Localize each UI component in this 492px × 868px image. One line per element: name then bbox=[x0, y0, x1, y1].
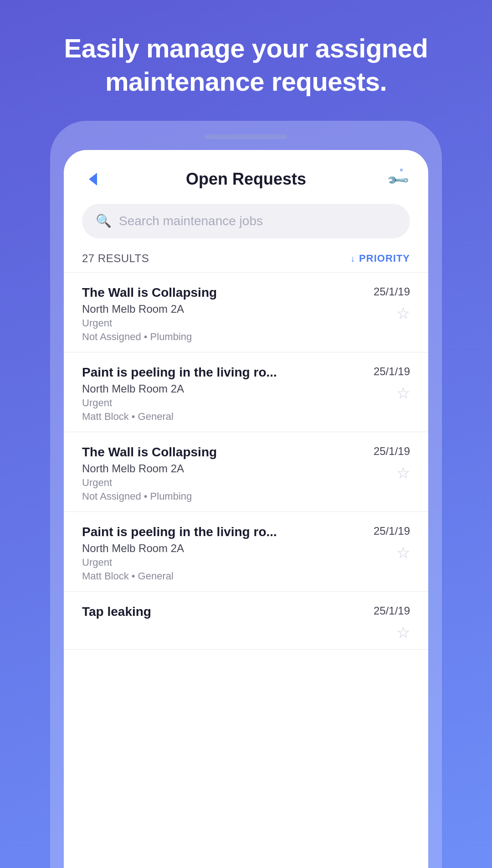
job-right-panel: 25/1/19☆ bbox=[364, 604, 410, 640]
results-bar: 27 RESULTS ↓ PRIORITY bbox=[64, 248, 428, 273]
job-urgency: Urgent bbox=[82, 477, 355, 489]
results-count: 27 RESULTS bbox=[82, 252, 149, 265]
job-date: 25/1/19 bbox=[374, 285, 410, 298]
job-meta: Matt Block • General bbox=[82, 411, 355, 423]
job-title: The Wall is Collapsing bbox=[82, 285, 355, 300]
search-icon: 🔍 bbox=[96, 215, 112, 227]
sort-label: PRIORITY bbox=[359, 253, 410, 264]
star-icon[interactable]: ☆ bbox=[396, 305, 410, 321]
job-list-item[interactable]: The Wall is CollapsingNorth Melb Room 2A… bbox=[64, 273, 428, 352]
job-location: North Melb Room 2A bbox=[82, 382, 355, 395]
job-date: 25/1/19 bbox=[374, 604, 410, 617]
job-urgency: Urgent bbox=[82, 397, 355, 409]
job-right-panel: 25/1/19☆ bbox=[364, 365, 410, 401]
job-list-item[interactable]: Paint is peeling in the living ro...Nort… bbox=[64, 512, 428, 592]
job-list-item[interactable]: Tap leaking25/1/19☆ bbox=[64, 592, 428, 650]
job-date: 25/1/19 bbox=[374, 365, 410, 378]
job-right-panel: 25/1/19☆ bbox=[364, 525, 410, 560]
job-list-item[interactable]: The Wall is CollapsingNorth Melb Room 2A… bbox=[64, 432, 428, 512]
search-container: 🔍 Search maintenance jobs bbox=[64, 199, 428, 248]
sort-button[interactable]: ↓ PRIORITY bbox=[350, 253, 410, 264]
job-urgency: Urgent bbox=[82, 317, 355, 329]
star-icon[interactable]: ☆ bbox=[396, 385, 410, 401]
job-right-panel: 25/1/19☆ bbox=[364, 445, 410, 480]
job-title: Paint is peeling in the living ro... bbox=[82, 365, 355, 380]
sort-down-icon: ↓ bbox=[350, 253, 355, 264]
job-meta: Not Assigned • Plumbing bbox=[82, 491, 355, 502]
job-location: North Melb Room 2A bbox=[82, 462, 355, 475]
phone-frame: Open Requests 🔧+ 🔍 Search maintenance jo… bbox=[50, 121, 442, 868]
job-location: North Melb Room 2A bbox=[82, 303, 355, 315]
job-meta: Matt Block • General bbox=[82, 570, 355, 582]
job-title: Tap leaking bbox=[82, 604, 355, 619]
job-content: Paint is peeling in the living ro...Nort… bbox=[82, 365, 364, 423]
job-urgency: Urgent bbox=[82, 557, 355, 568]
job-date: 25/1/19 bbox=[374, 445, 410, 458]
wrench-plus-icon: 🔧+ bbox=[386, 166, 413, 193]
job-title: Paint is peeling in the living ro... bbox=[82, 525, 355, 539]
jobs-list: The Wall is CollapsingNorth Melb Room 2A… bbox=[64, 273, 428, 868]
job-content: Tap leaking bbox=[82, 604, 364, 622]
job-meta: Not Assigned • Plumbing bbox=[82, 331, 355, 343]
job-list-item[interactable]: Paint is peeling in the living ro...Nort… bbox=[64, 352, 428, 432]
screen-header: Open Requests 🔧+ bbox=[64, 150, 428, 199]
phone-notch bbox=[205, 134, 287, 139]
job-content: The Wall is CollapsingNorth Melb Room 2A… bbox=[82, 445, 364, 502]
phone-screen: Open Requests 🔧+ 🔍 Search maintenance jo… bbox=[64, 150, 428, 868]
star-icon[interactable]: ☆ bbox=[396, 465, 410, 480]
back-button[interactable] bbox=[82, 168, 104, 190]
star-icon[interactable]: ☆ bbox=[396, 545, 410, 560]
job-right-panel: 25/1/19☆ bbox=[364, 285, 410, 321]
add-maintenance-button[interactable]: 🔧+ bbox=[388, 168, 410, 190]
hero-title: Easily manage your assigned maintenance … bbox=[0, 0, 492, 121]
job-title: The Wall is Collapsing bbox=[82, 445, 355, 460]
search-bar[interactable]: 🔍 Search maintenance jobs bbox=[82, 204, 410, 238]
job-location: North Melb Room 2A bbox=[82, 542, 355, 555]
job-content: The Wall is CollapsingNorth Melb Room 2A… bbox=[82, 285, 364, 343]
search-input[interactable]: Search maintenance jobs bbox=[119, 214, 263, 228]
job-content: Paint is peeling in the living ro...Nort… bbox=[82, 525, 364, 582]
page-title: Open Requests bbox=[104, 170, 388, 189]
back-chevron-icon bbox=[89, 173, 97, 186]
star-icon[interactable]: ☆ bbox=[396, 625, 410, 640]
job-date: 25/1/19 bbox=[374, 525, 410, 537]
